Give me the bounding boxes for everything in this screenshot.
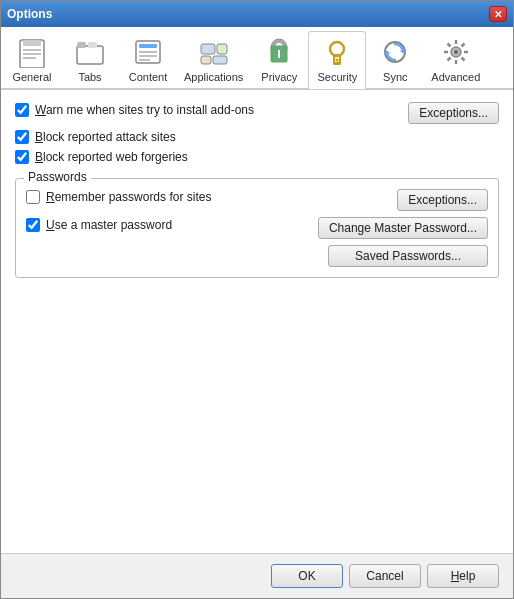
svg-rect-7: [88, 42, 97, 48]
sync-icon: [379, 36, 411, 68]
passwords-group: Passwords Remember passwords for sites E…: [15, 178, 499, 278]
remember-passwords-row: Remember passwords for sites Exceptions.…: [26, 189, 488, 211]
remember-passwords-checkbox-row: Remember passwords for sites: [26, 190, 211, 204]
close-button[interactable]: ✕: [489, 6, 507, 22]
title-bar: Options ✕: [1, 1, 513, 27]
passwords-group-label: Passwords: [24, 170, 91, 184]
tab-general-label: General: [12, 71, 51, 83]
passwords-exceptions-button[interactable]: Exceptions...: [397, 189, 488, 211]
use-master-label[interactable]: Use a master password: [46, 218, 172, 232]
tab-security[interactable]: Security: [308, 31, 366, 89]
block-forgeries-checkbox[interactable]: [15, 150, 29, 164]
advanced-icon: [440, 36, 472, 68]
tab-security-label: Security: [317, 71, 357, 83]
passwords-group-content: Remember passwords for sites Exceptions.…: [26, 189, 488, 267]
block-forgeries-row: Block reported web forgeries: [15, 150, 499, 164]
master-password-row: Use a master password Change Master Pass…: [26, 217, 488, 239]
saved-passwords-button-row: Saved Passwords...: [26, 245, 488, 267]
svg-line-34: [447, 44, 450, 47]
cancel-button[interactable]: Cancel: [349, 564, 421, 588]
applications-icon: [198, 36, 230, 68]
svg-rect-13: [201, 44, 215, 54]
remember-passwords-checkbox[interactable]: [26, 190, 40, 204]
saved-passwords-button[interactable]: Saved Passwords...: [328, 245, 488, 267]
tab-advanced-label: Advanced: [431, 71, 480, 83]
tab-sync-label: Sync: [383, 71, 407, 83]
help-underline: Help: [451, 569, 476, 583]
block-attack-row: Block reported attack sites: [15, 130, 499, 144]
tab-tabs-label: Tabs: [78, 71, 101, 83]
tab-privacy-label: Privacy: [261, 71, 297, 83]
svg-point-24: [336, 59, 339, 62]
svg-point-21: [330, 42, 344, 56]
block-attack-checkbox[interactable]: [15, 130, 29, 144]
tab-tabs[interactable]: Tabs: [61, 31, 119, 89]
svg-line-36: [461, 44, 464, 47]
main-content: Warn me when sites try to install add-on…: [1, 89, 513, 553]
ok-button[interactable]: OK: [271, 564, 343, 588]
tab-advanced[interactable]: Advanced: [424, 31, 487, 89]
warn-addons-label[interactable]: Warn me when sites try to install add-on…: [35, 103, 254, 117]
block-forgeries-label[interactable]: Block reported web forgeries: [35, 150, 188, 164]
remember-passwords-label[interactable]: Remember passwords for sites: [46, 190, 211, 204]
svg-rect-5: [77, 46, 103, 64]
tab-content[interactable]: Content: [119, 31, 177, 89]
footer: OK Cancel Help: [1, 553, 513, 598]
warn-addons-exceptions-button[interactable]: Exceptions...: [408, 102, 499, 124]
svg-rect-9: [139, 44, 157, 48]
tabs-icon: [74, 36, 106, 68]
privacy-icon: [263, 36, 295, 68]
tab-content-label: Content: [129, 71, 168, 83]
svg-rect-15: [201, 56, 211, 64]
svg-rect-1: [23, 40, 41, 46]
svg-rect-16: [213, 56, 227, 64]
window-title: Options: [7, 7, 52, 21]
tab-general[interactable]: General: [3, 31, 61, 89]
tab-applications-label: Applications: [184, 71, 243, 83]
svg-rect-6: [77, 42, 86, 48]
block-attack-label[interactable]: Block reported attack sites: [35, 130, 176, 144]
svg-line-37: [447, 58, 450, 61]
svg-line-35: [461, 58, 464, 61]
content-icon: [132, 36, 164, 68]
general-icon: [16, 36, 48, 68]
change-master-password-button[interactable]: Change Master Password...: [318, 217, 488, 239]
tab-sync[interactable]: Sync: [366, 31, 424, 89]
master-password-checkbox-row: Use a master password: [26, 218, 172, 232]
tab-privacy[interactable]: Privacy: [250, 31, 308, 89]
warn-addons-checkbox[interactable]: [15, 103, 29, 117]
warn-addons-row: Warn me when sites try to install add-on…: [15, 102, 499, 124]
warn-addons-checkbox-row: Warn me when sites try to install add-on…: [15, 103, 254, 117]
svg-rect-14: [217, 44, 227, 54]
help-button[interactable]: Help: [427, 564, 499, 588]
options-window: Options ✕ General: [0, 0, 514, 599]
use-master-checkbox[interactable]: [26, 218, 40, 232]
tab-bar: General Tabs C: [1, 27, 513, 89]
security-icon: [321, 36, 353, 68]
svg-point-29: [454, 50, 458, 54]
tab-applications[interactable]: Applications: [177, 31, 250, 89]
